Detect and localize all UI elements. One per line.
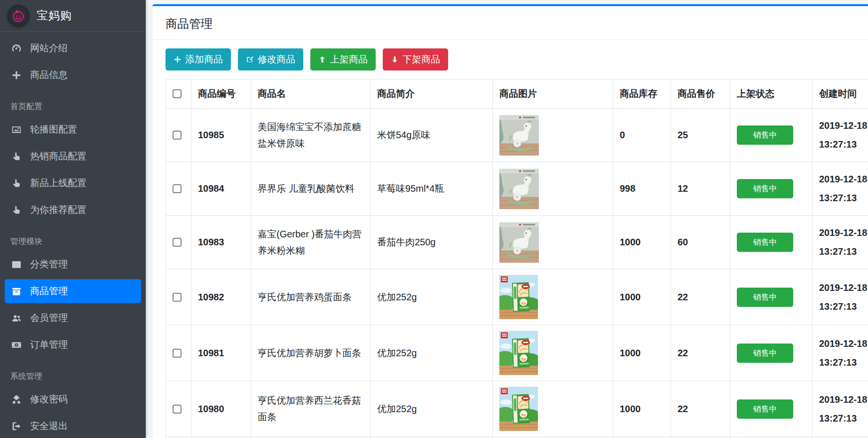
column-header: 商品售价 [671,79,730,109]
row-checkbox[interactable] [173,405,181,414]
created-time: 13:27:13 [819,301,868,312]
plus-icon [174,55,181,63]
created-time-cell: 2019-12-1813:27:13 [813,269,868,325]
sidebar-item-product-management[interactable]: 商品管理 [5,279,141,303]
card-body: 添加商品修改商品上架商品下架商品 商品编号商品名商品简介商品图片商品库存商品售价… [152,40,868,438]
product-stock-cell: 1000 [613,381,671,437]
created-time-cell: 2019-12-1813:27:13 [813,325,868,381]
table-body: 10985美国海绵宝宝不添加蔗糖盐米饼原味米饼54g原味025销售中2019-1… [166,109,868,438]
sidebar: 宝妈购 网站介绍商品信息首页配置轮播图配置热销商品配置新品上线配置为你推荐配置管… [0,0,146,438]
edit-product-button[interactable]: 修改商品 [238,48,303,70]
product-image-cell [493,325,613,381]
product-desc-cell: 草莓味95ml*4瓶 [371,162,493,216]
arrow-down-icon [391,55,399,63]
spy-icon [10,394,23,405]
row-checkbox[interactable] [173,238,181,247]
row-select-cell [166,216,191,269]
product-price-cell: 25 [671,109,730,162]
product-image-cell [493,109,613,162]
sidebar-item-logout[interactable]: 安全退出 [5,414,141,438]
created-date: 2019-12-18 [819,338,868,349]
created-time-cell: 2019-12-1813:27:13 [813,216,868,269]
list-product-button[interactable]: 上架商品 [310,48,376,70]
gauge-icon [10,43,23,54]
delist-product-button[interactable]: 下架商品 [383,48,448,70]
row-select-cell [166,381,191,437]
list-icon [10,259,23,270]
sidebar-item-hot-products-config[interactable]: 热销商品配置 [5,144,141,168]
row-select-cell [166,269,191,325]
button-label: 添加商品 [185,53,223,66]
product-price-cell: 12 [671,162,730,216]
rocking-horse-toy-photo [499,222,606,263]
main-content: 商品管理 添加商品修改商品上架商品下架商品 商品编号商品名商品简介商品图片商品库… [146,0,868,438]
row-select-cell [166,109,191,162]
created-time: 13:27:13 [819,139,868,150]
status-badge[interactable]: 销售中 [737,179,793,198]
product-image-cell [493,381,613,437]
created-time: 13:27:13 [819,246,868,257]
status-badge[interactable]: 销售中 [737,344,793,363]
sidebar-item-product-info[interactable]: 商品信息 [5,63,141,87]
status-badge[interactable]: 销售中 [737,233,793,252]
product-management-card: 商品管理 添加商品修改商品上架商品下架商品 商品编号商品名商品简介商品图片商品库… [152,4,868,438]
product-stock-cell: 998 [613,162,671,216]
sidebar-item-carousel-config[interactable]: 轮播图配置 [5,117,141,141]
row-checkbox[interactable] [173,293,181,302]
baby-face-logo-icon [8,5,29,26]
product-desc-cell: 米饼54g原味 [371,109,493,162]
status-badge[interactable]: 销售中 [737,125,793,145]
hand-icon [10,151,23,162]
toolbar: 添加商品修改商品上架商品下架商品 [166,48,868,70]
product-stock-cell: 1000 [613,269,671,325]
sidebar-item-category-management[interactable]: 分类管理 [5,252,141,276]
product-name-cell: 亨氏优加营养鸡蛋面条 [251,269,371,325]
column-header: 创建时间 [813,79,868,109]
product-row: 10984界界乐 儿童乳酸菌饮料草莓味95ml*4瓶99812销售中2019-1… [166,162,868,216]
product-stock-cell: 0 [613,109,671,162]
heinz-noodle-box-photo [499,331,606,375]
created-time-cell: 2019-12-1813:27:13 [813,109,868,162]
sidebar-item-label: 商品管理 [30,285,68,297]
product-id-cell: 10981 [191,325,251,381]
column-header: 商品简介 [371,79,493,109]
sidebar-item-site-intro[interactable]: 网站介绍 [5,36,141,60]
sidebar-item-label: 商品信息 [30,69,68,81]
edit-icon [246,55,254,63]
signout-icon [10,421,23,431]
brand-name: 宝妈购 [37,8,72,23]
select-all-header-cell [166,79,191,109]
created-time-cell: 2019-12-1813:27:13 [813,162,868,216]
sidebar-item-order-management[interactable]: 订单管理 [5,333,141,357]
sidebar-item-label: 订单管理 [30,338,68,351]
sidebar-item-label: 新品上线配置 [30,177,87,189]
sidebar-item-member-management[interactable]: 会员管理 [5,306,141,330]
select-all-checkbox[interactable] [173,89,181,98]
product-name-cell: 界界乐 儿童乳酸菌饮料 [251,162,371,216]
product-desc-cell: 番茄牛肉250g [371,216,493,269]
sidebar-item-new-products-config[interactable]: 新品上线配置 [5,171,141,195]
product-status-cell: 销售中 [730,269,813,325]
product-row: 10981亨氏优加营养胡萝卜面条优加252g100022销售中2019-12-1… [166,325,868,381]
product-price-cell: 22 [671,325,730,381]
product-image-cell [493,162,613,216]
product-desc-cell: 优加252g [371,325,493,381]
created-time-cell: 2019-12-1813:27:13 [813,381,868,437]
product-id-cell: 10984 [191,162,251,216]
add-product-button[interactable]: 添加商品 [166,48,231,70]
sidebar-item-recommend-config[interactable]: 为你推荐配置 [5,198,141,222]
brand[interactable]: 宝妈购 [0,0,146,31]
column-header: 商品库存 [613,79,671,109]
sidebar-item-label: 热销商品配置 [30,150,87,163]
sidebar-item-change-password[interactable]: 修改密码 [5,387,141,411]
table-header-row: 商品编号商品名商品简介商品图片商品库存商品售价上架状态创建时间 [166,79,868,109]
users-icon [10,313,23,323]
row-checkbox[interactable] [173,184,181,193]
hand-icon [10,205,23,215]
sidebar-item-label: 安全退出 [30,420,68,432]
row-checkbox[interactable] [173,131,181,140]
status-badge[interactable]: 销售中 [737,288,793,307]
status-badge[interactable]: 销售中 [737,399,793,419]
row-checkbox[interactable] [173,349,181,358]
product-price-cell: 60 [671,216,730,269]
